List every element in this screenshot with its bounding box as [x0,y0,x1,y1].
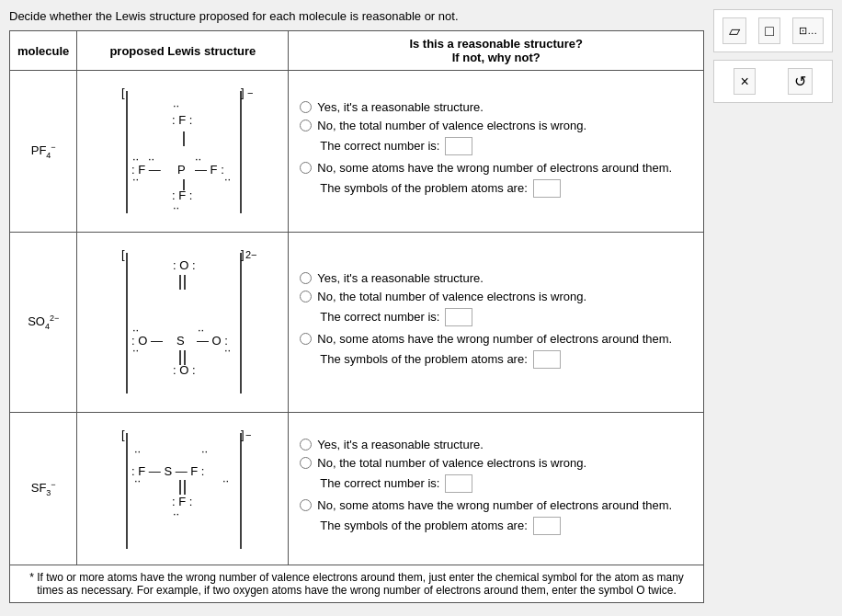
correct-num-input-so4[interactable] [445,308,472,326]
sidebar-top-panel: ▱ □ ⊡… [713,9,833,52]
pf4-svg: [ ] − ·· : F : [96,80,270,222]
problem-atoms-input-pf4[interactable] [533,179,561,198]
svg-text:··: ·· [148,152,154,165]
svg-text:··: ·· [134,444,141,458]
option-row: No, the total number of valence electron… [300,119,692,132]
option-row: No, some atoms have the wrong number of … [300,498,692,512]
svg-text:−: − [247,87,253,98]
svg-text:··: ·· [173,507,179,520]
correct-num-label-so4: The correct number is: [320,310,439,324]
svg-text:··: ·· [222,473,229,487]
window-icon-1-button[interactable]: ▱ [723,17,746,44]
svg-text:S: S [176,334,185,348]
option-row: No, some atoms have the wrong number of … [300,332,692,346]
svg-text:]: ] [241,86,245,99]
correct-num-input-pf4[interactable] [445,137,472,155]
option-label-no-total-sf3[interactable]: No, the total number of valence electron… [317,456,586,470]
undo-icon: ↺ [794,73,806,90]
lewis-diagram-so4: [ ] 2− : O : [85,238,280,406]
sub-option-correct-num-so4: The correct number is: [320,308,692,326]
option-row: No, the total number of valence electron… [300,290,692,303]
option-label-yes-so4[interactable]: Yes, it's a reasonable structure. [317,271,484,285]
svg-text:: O :: : O : [173,363,196,377]
svg-text:··: ·· [132,172,139,186]
footnote-cell: * If two or more atoms have the wrong nu… [10,565,704,603]
radio-yes-pf4[interactable] [300,101,312,113]
page-wrapper: Decide whether the Lewis structure propo… [9,9,833,603]
header-lewis: proposed Lewis structure [77,31,289,71]
option-label-no-wrong-so4[interactable]: No, some atoms have the wrong number of … [317,332,672,346]
svg-text:−: − [245,429,251,440]
radio-yes-sf3[interactable] [300,439,312,451]
option-row: Yes, it's a reasonable structure. [300,438,692,451]
sub-option-problem-pf4: The symbols of the problem atoms are: [320,179,692,198]
molecule-cell-so4: SO42− [10,233,77,413]
svg-text:··: ·· [201,444,208,458]
svg-text:]: ] [241,428,245,441]
sub-option-problem-so4: The symbols of the problem atoms are: [320,350,692,369]
main-content: Decide whether the Lewis structure propo… [9,9,704,603]
svg-text:2−: 2− [245,249,257,260]
more-icon-button[interactable]: ⊡… [792,17,824,44]
problem-label-pf4: The symbols of the problem atoms are: [320,181,527,195]
option-row: Yes, it's a reasonable structure. [300,271,692,285]
radio-no-total-sf3[interactable] [300,457,312,469]
lewis-cell-sf3: [ ] − ·· ·· : [77,413,289,565]
options-cell-sf3: Yes, it's a reasonable structure. No, th… [289,413,704,565]
correct-num-label-pf4: The correct number is: [320,139,439,153]
option-row: No, some atoms have the wrong number of … [300,161,692,175]
intro-text: Decide whether the Lewis structure propo… [9,9,704,23]
svg-text:— O :: — O : [197,334,228,348]
problem-label-so4: The symbols of the problem atoms are: [320,352,527,366]
molecule-cell-pf4: PF4− [10,71,77,233]
undo-button[interactable]: ↺ [788,68,813,95]
svg-text:: F — S — F :: : F — S — F : [131,464,204,478]
svg-text:··: ·· [224,172,231,186]
option-label-no-wrong-sf3[interactable]: No, some atoms have the wrong number of … [317,498,672,512]
window-icon-2: □ [765,23,774,40]
option-label-no-total-so4[interactable]: No, the total number of valence electron… [317,290,586,303]
svg-text:[: [ [121,86,125,99]
option-label-no-total-pf4[interactable]: No, the total number of valence electron… [317,119,586,132]
svg-text:]: ] [241,247,245,261]
sidebar: ▱ □ ⊡… × ↺ [713,9,833,603]
table-row: PF4− [ ] − [10,71,704,233]
footnote-row: * If two or more atoms have the wrong nu… [10,565,704,603]
radio-no-total-so4[interactable] [300,291,312,302]
radio-yes-so4[interactable] [300,272,312,284]
window-icon-2-button[interactable]: □ [758,17,780,44]
close-icon: × [740,74,748,90]
close-button[interactable]: × [734,68,755,95]
radio-no-wrong-pf4[interactable] [300,162,312,174]
lewis-diagram-pf4: [ ] − ·· : F : [85,76,280,226]
svg-text:: O :: : O : [173,258,196,272]
svg-text:: F :: : F : [172,113,192,127]
option-label-yes-sf3[interactable]: Yes, it's a reasonable structure. [317,438,484,451]
problem-atoms-input-so4[interactable] [533,350,561,369]
header-question: Is this a reasonable structure? If not, … [289,31,704,71]
options-cell-pf4: Yes, it's a reasonable structure. No, th… [289,71,704,233]
window-icon-1: ▱ [729,22,740,40]
so4-svg: [ ] 2− : O : [96,242,270,403]
svg-text:··: ·· [132,343,139,357]
table-row: SF3− [ ] − [10,413,704,565]
sub-option-problem-sf3: The symbols of the problem atoms are: [320,517,692,535]
table-row: SO42− [ ] 2− [10,233,704,413]
option-label-yes-pf4[interactable]: Yes, it's a reasonable structure. [317,100,484,114]
sidebar-bottom-panel: × ↺ [713,60,833,103]
sf3-svg: [ ] − ·· ·· : [96,422,270,555]
radio-no-wrong-so4[interactable] [300,333,312,345]
option-label-no-wrong-pf4[interactable]: No, some atoms have the wrong number of … [317,161,672,175]
svg-text:P: P [177,163,186,177]
problem-atoms-input-sf3[interactable] [533,517,561,535]
sub-option-correct-num-sf3: The correct number is: [320,474,692,493]
sub-option-correct-num-pf4: The correct number is: [320,137,692,155]
svg-text:··: ·· [134,473,141,487]
radio-no-wrong-sf3[interactable] [300,499,312,511]
correct-num-input-sf3[interactable] [445,474,472,493]
svg-text:— F :: — F : [195,163,224,177]
radio-no-total-pf4[interactable] [300,120,312,131]
header-molecule: molecule [10,31,77,71]
correct-num-label-sf3: The correct number is: [320,476,439,490]
option-row: No, the total number of valence electron… [300,456,692,470]
